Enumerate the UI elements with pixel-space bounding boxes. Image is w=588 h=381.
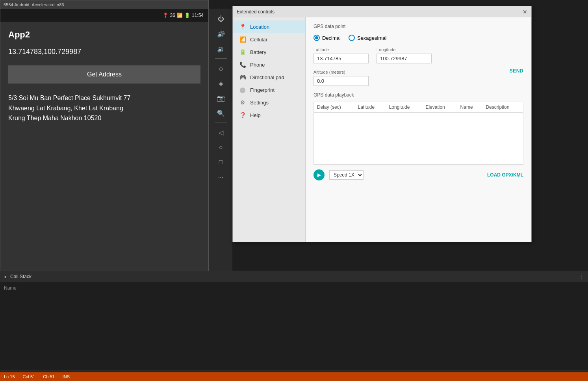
emulator-title: 5554:Android_Accelerated_x86 — [4, 2, 64, 7]
playback-table-head: Delay (sec) Latitude Longitude Elevation… — [314, 102, 523, 113]
home-nav-button[interactable]: ○ — [214, 140, 228, 154]
status-col: Col 51 — [23, 374, 35, 379]
sidebar-separator2 — [215, 123, 227, 123]
decimal-label: Decimal — [322, 35, 341, 41]
fingerprint-nav-icon: ⬤ — [239, 87, 246, 93]
nav-item-cellular[interactable]: 📶 Cellular — [233, 33, 305, 46]
sexagesimal-radio-label[interactable]: Sexagesimal — [349, 35, 386, 41]
more-button[interactable]: ··· — [214, 170, 228, 184]
play-button[interactable]: ▶ — [313, 169, 325, 180]
altitude-field-group: Altitude (meters) — [313, 70, 369, 86]
battery-icon: 🔋 — [184, 13, 190, 18]
col-name: Name — [457, 102, 483, 113]
nav-item-help[interactable]: ❓ Help — [233, 109, 305, 121]
latitude-input[interactable] — [313, 54, 369, 63]
fold-button[interactable]: ◈ — [214, 76, 228, 90]
location-icon: 📍 — [163, 13, 169, 18]
status-ln: Ln 15 — [4, 374, 15, 379]
nav-label-dpad: Directional pad — [250, 74, 284, 80]
dpad-nav-icon: 🎮 — [239, 74, 246, 80]
nav-label-fingerprint: Fingerprint — [250, 87, 275, 93]
altitude-input[interactable] — [313, 76, 369, 86]
cellular-nav-icon: 📶 — [239, 36, 246, 43]
extended-controls-dialog: Extended controls ✕ 📍 Location 📶 Cellula… — [232, 6, 532, 242]
panel-drag-handle: ⋮ — [579, 274, 584, 279]
nav-item-directional-pad[interactable]: 🎮 Directional pad — [233, 71, 305, 84]
col-delay: Delay (sec) — [314, 102, 354, 113]
call-stack-panel-header: ◂ Call Stack ⋮ — [0, 271, 588, 282]
power-button[interactable]: ⏻ — [214, 12, 228, 26]
screenshot-button[interactable]: 📷 — [214, 91, 228, 105]
nav-item-settings[interactable]: ⚙ Settings — [233, 96, 305, 109]
call-stack-name-header: Name — [4, 284, 584, 292]
nav-item-phone[interactable]: 📞 Phone — [233, 58, 305, 71]
dialog-body: 📍 Location 📶 Cellular 🔋 Battery 📞 Phone … — [233, 17, 531, 242]
phone-nav-icon: 📞 — [239, 61, 246, 68]
playback-table: Delay (sec) Latitude Longitude Elevation… — [314, 102, 523, 113]
ide-status-bar: Ln 15 Col 51 Ch 51 INS — [0, 372, 588, 381]
decimal-radio[interactable] — [313, 35, 320, 41]
android-status-bar: 📍 36 📶 🔋 11:54 — [0, 9, 208, 22]
decimal-radio-label[interactable]: Decimal — [313, 35, 341, 41]
address-line2: Khwaeng Lat Krabang, Khet Lat Krabang — [8, 103, 200, 113]
nav-label-help: Help — [250, 112, 261, 118]
nav-label-battery: Battery — [250, 49, 266, 55]
coordinates: 13.714783,100.729987 — [8, 48, 200, 56]
gps-format-row: Decimal Sexagesimal — [313, 35, 523, 41]
call-stack-panel-title: Call Stack — [10, 274, 32, 279]
longitude-input[interactable] — [377, 54, 432, 63]
address-line1: 5/3 Soi Mu Ban Perfect Place Sukhumvit 7… — [8, 93, 200, 103]
rotate-button[interactable]: ◇ — [214, 61, 228, 75]
nav-label-cellular: Cellular — [250, 37, 267, 43]
dialog-nav: 📍 Location 📶 Cellular 🔋 Battery 📞 Phone … — [233, 17, 306, 242]
help-nav-icon: ❓ — [239, 112, 246, 118]
volume-down-button[interactable]: 🔉 — [214, 42, 228, 56]
gps-data-point-label: GPS data point — [313, 24, 523, 29]
get-address-button[interactable]: Get Address — [8, 65, 200, 84]
longitude-label: Longitude — [377, 47, 432, 52]
app-title: App2 — [8, 30, 200, 40]
gps-playback-label: GPS data playback — [313, 92, 523, 98]
col-elevation: Elevation — [422, 102, 457, 113]
status-icons: 📍 36 📶 🔋 11:54 — [163, 13, 204, 18]
volume-up-button[interactable]: 🔊 — [214, 27, 228, 41]
latitude-label: Latitude — [313, 47, 369, 52]
send-button[interactable]: SEND — [510, 68, 523, 74]
clock: 11:54 — [192, 13, 204, 18]
signal-icon: 📶 — [177, 13, 183, 18]
emulator-title-bar: 5554:Android_Accelerated_x86 — [0, 0, 208, 9]
zoom-button[interactable]: 🔍 — [214, 106, 228, 120]
table-header-row: Delay (sec) Latitude Longitude Elevation… — [314, 102, 523, 113]
ide-bottom-panel: ◂ Call Stack ⋮ Name Call Stack Breakpoin… — [0, 271, 588, 381]
nav-item-fingerprint[interactable]: ⬤ Fingerprint — [233, 84, 305, 96]
dialog-close-button[interactable]: ✕ — [523, 9, 527, 15]
address-text: 5/3 Soi Mu Ban Perfect Place Sukhumvit 7… — [8, 93, 200, 123]
location-nav-icon: 📍 — [239, 24, 246, 30]
dialog-content: GPS data point Decimal Sexagesimal Latit… — [306, 17, 531, 242]
gps-fields: Latitude Longitude — [313, 47, 523, 63]
longitude-field-group: Longitude — [377, 47, 432, 63]
status-ch: Ch 51 — [43, 374, 54, 379]
call-stack-panel-content: Name — [0, 282, 588, 370]
square-nav-button[interactable]: □ — [214, 155, 228, 169]
altitude-label: Altitude (meters) — [313, 70, 369, 74]
back-nav-button[interactable]: ◁ — [214, 125, 228, 139]
nav-label-settings: Settings — [250, 100, 269, 106]
load-gpx-kml-button[interactable]: LOAD GPX/KML — [487, 172, 523, 178]
altitude-group: Altitude (meters) SEND — [313, 68, 523, 86]
battery-nav-icon: 🔋 — [239, 49, 246, 55]
status-ins: INS — [63, 374, 70, 379]
dialog-title: Extended controls — [237, 9, 275, 15]
sexagesimal-radio[interactable] — [349, 35, 355, 41]
address-line3: Krung Thep Maha Nakhon 10520 — [8, 113, 200, 123]
dialog-title-bar: Extended controls ✕ — [233, 6, 531, 17]
latitude-field-group: Latitude — [313, 47, 369, 63]
nav-item-battery[interactable]: 🔋 Battery — [233, 46, 305, 58]
col-latitude: Latitude — [354, 102, 386, 113]
panel-collapse-button[interactable]: ◂ — [4, 274, 6, 279]
nav-item-location[interactable]: 📍 Location — [233, 20, 305, 33]
nav-label-phone: Phone — [250, 62, 265, 68]
col-description: Description — [482, 102, 523, 113]
sexagesimal-label: Sexagesimal — [357, 35, 386, 41]
speed-select[interactable]: Speed 1X — [329, 170, 364, 180]
